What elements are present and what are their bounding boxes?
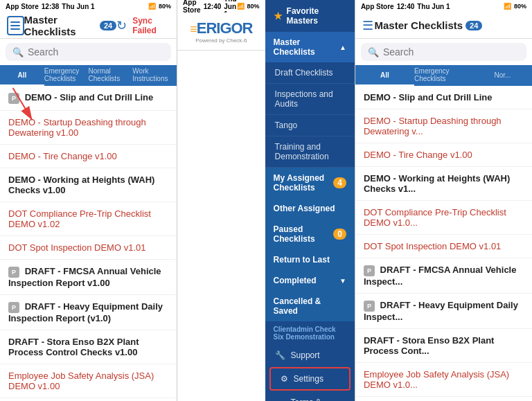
list-item[interactable]: Employee Job Safety Analysis (JSA) DEMO … [355, 363, 532, 397]
tab-work-instructions[interactable]: Work Instructions [132, 65, 177, 86]
list-item[interactable]: DOT Compliance Pre-Trip Checklist DEMO v… [0, 202, 177, 236]
cancelled-category[interactable]: Cancelled & Saved [265, 291, 355, 321]
middle-battery: 80% [247, 3, 260, 10]
return-label: Return to Last [274, 255, 330, 265]
right-time: 12:40 [397, 3, 415, 10]
master-checklists-category[interactable]: Master Checklists ▲ [265, 32, 355, 62]
tab-emergency[interactable]: Emergency Checklists [44, 65, 89, 86]
right-tab-normal[interactable]: Nor... [473, 65, 532, 86]
middle-panel: App Store 12:40 Thu Jun 1 📶 80% ≡ERIGOR … [177, 0, 355, 401]
completed-category[interactable]: Completed ▼ [265, 270, 355, 291]
list-item[interactable]: DRAFT - Stora Enso B2X Plant Process Con… [0, 330, 177, 364]
other-assigned-category[interactable]: Other Assigned [265, 198, 355, 219]
left-status-bar: App Store 12:38 Thu Jun 1 📶 80% [0, 0, 177, 12]
left-search-bar[interactable]: 🔍 [6, 43, 171, 61]
left-header-title: Master Checklists [24, 14, 97, 37]
favorite-masters-label: Favorite Masters [287, 6, 346, 26]
list-item[interactable]: DOT Spot Inspection DEMO v1.01 [355, 235, 532, 258]
erigor-logo-header: ≡ERIGOR Powered by Check-6 [177, 12, 265, 51]
erigor-logo: ≡ERIGOR Powered by Check-6 [190, 19, 252, 44]
my-assigned-label: My Assigned Checklists [274, 173, 334, 193]
right-wifi-icon: 📶 [504, 3, 511, 10]
left-app-header: Master Checklists 24 ↻ Sync Failed [0, 12, 177, 39]
right-day: Thu Jun 1 [417, 3, 450, 10]
list-item[interactable]: DEMO - Tire Change v1.00 [0, 145, 177, 168]
right-phone-panel: App Store 12:40 Thu Jun 1 📶 80% ☰ Master… [355, 0, 532, 401]
right-hamburger-icon[interactable]: ☰ [362, 18, 373, 33]
settings-item[interactable]: ⚙ Settings [269, 367, 351, 391]
middle-status-bar: App Store 12:40 Thu Jun 1 📶 80% [177, 0, 265, 12]
refresh-icon[interactable]: ↻ [116, 18, 127, 33]
list-item[interactable]: DEMO - Tire Change v1.00 [355, 143, 532, 167]
list-item[interactable]: P Export of Crew's PERFEX Sustainment Ch… [0, 398, 177, 401]
settings-label: Settings [294, 374, 323, 384]
left-search-input[interactable] [28, 46, 164, 57]
tab-normal[interactable]: Normal Checklists [89, 65, 133, 86]
list-item[interactable]: DEMO - Startup Deashing through Dewateri… [0, 111, 177, 145]
middle-time: 12:40 [204, 3, 222, 10]
right-app-header: ☰ Master Checklists 24 [355, 12, 532, 39]
list-item[interactable]: P DRAFT - Heavy Equipment Daily Inspect.… [355, 294, 532, 329]
right-status-bar: App Store 12:40 Thu Jun 1 📶 80% [355, 0, 532, 12]
terms-item[interactable]: 📋 Terms & Conditions [265, 392, 355, 401]
sync-failed-label: Sync Failed [132, 16, 170, 35]
settings-icon: ⚙ [281, 374, 288, 384]
menu-left-content: App Store 12:40 Thu Jun 1 📶 80% ≡ERIGOR … [177, 0, 265, 401]
list-item[interactable]: DEMO - Working at Heights (WAH) Checks v… [355, 167, 532, 201]
left-app-store: App Store [6, 3, 39, 10]
return-to-last-category[interactable]: Return to Last [265, 249, 355, 270]
cancelled-label: Cancelled & Saved [274, 296, 346, 316]
menu-inspections[interactable]: Inspections and Audits [265, 84, 355, 115]
list-item[interactable]: DEMO - Startup Deashing through Dewateri… [355, 109, 532, 143]
left-header-badge: 24 [100, 21, 116, 30]
my-assigned-category[interactable]: My Assigned Checklists 4 [265, 168, 355, 198]
middle-wifi-icon: 📶 [237, 3, 245, 10]
paused-badge: 0 [333, 229, 346, 240]
middle-app-store: App Store [183, 0, 201, 14]
brand-sub: Powered by Check-6 [190, 37, 252, 44]
master-checklists-label: Master Checklists [274, 37, 339, 57]
support-icon: 🔧 [275, 350, 285, 360]
right-search-icon: 🔍 [368, 47, 379, 57]
list-item[interactable]: P DEMO - Slip and Cut Drill Line [0, 86, 177, 111]
completed-label: Completed [274, 276, 317, 285]
left-day: Thu Jun 1 [62, 3, 94, 10]
menu-training[interactable]: Training and Demonstration [265, 136, 355, 168]
paused-category[interactable]: Paused Checklists 0 [265, 219, 355, 249]
list-item[interactable]: P DRAFT - Heavy Equipment Daily Inspecti… [0, 295, 177, 330]
right-battery: 80% [514, 3, 526, 10]
left-checklist-list: P DEMO - Slip and Cut Drill Line DEMO - … [0, 86, 177, 401]
list-item[interactable]: P Export of Crew's PERFEX Sustainment Ch… [355, 397, 532, 401]
chevron-up-icon: ▲ [339, 44, 346, 51]
right-tab-emergency[interactable]: Emergency Checklists [414, 65, 473, 86]
right-tab-all[interactable]: All [355, 65, 414, 86]
right-search-bar[interactable]: 🔍 [361, 43, 526, 61]
left-wifi-icon: 📶 [148, 3, 156, 10]
list-item[interactable]: Employee Job Safety Analysis (JSA) DEMO … [0, 364, 177, 398]
terms-label: Terms & Conditions [291, 398, 345, 401]
right-checklist-list: DEMO - Slip and Cut Drill Line DEMO - St… [355, 86, 532, 401]
side-menu: ★ Favorite Masters Master Checklists ▲ D… [265, 0, 355, 401]
support-item[interactable]: 🔧 Support [265, 345, 355, 366]
list-item[interactable]: P DRAFT - FMCSA Annual Vehicle Inspectio… [0, 260, 177, 295]
right-header-title: Master Checklists [375, 19, 463, 31]
list-item[interactable]: DRAFT - Stora Enso B2X Plant Process Con… [355, 329, 532, 363]
right-search-input[interactable] [383, 46, 520, 57]
menu-draft-checklists[interactable]: Draft Checklists [265, 62, 355, 84]
list-item[interactable]: DOT Compliance Pre-Trip Checklist DEMO v… [355, 201, 532, 235]
menu-tango[interactable]: Tango [265, 115, 355, 136]
left-tabs-bar: All Emergency Checklists Normal Checklis… [0, 65, 177, 86]
list-item[interactable]: DEMO - Working at Heights (WAH) Checks v… [0, 168, 177, 202]
favorite-masters-item[interactable]: ★ Favorite Masters [265, 0, 355, 32]
hamburger-button[interactable] [7, 16, 24, 35]
tab-all[interactable]: All [0, 65, 44, 86]
list-item[interactable]: P DRAFT - FMCSA Annual Vehicle Inspect..… [355, 258, 532, 294]
chevron-down-icon: ▼ [339, 277, 346, 285]
list-item[interactable]: DEMO - Slip and Cut Drill Line [355, 86, 532, 109]
my-assigned-badge: 4 [333, 177, 346, 188]
right-tabs-bar: All Emergency Checklists Nor... [355, 65, 532, 86]
list-item[interactable]: DOT Spot Inspection DEMO v1.01 [0, 236, 177, 260]
left-phone-panel: App Store 12:38 Thu Jun 1 📶 80% Master C… [0, 0, 177, 401]
star-icon: ★ [274, 10, 283, 21]
support-label: Support [291, 350, 320, 360]
